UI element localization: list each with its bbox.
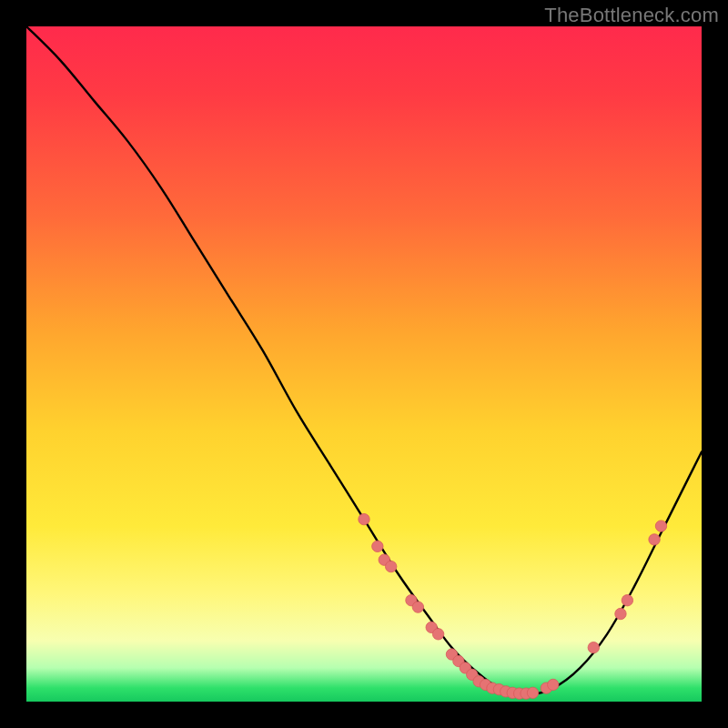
data-marker (527, 687, 538, 698)
data-marker (622, 595, 632, 606)
bottleneck-curve (26, 26, 702, 695)
plot-area (26, 26, 702, 702)
data-marker (615, 608, 626, 619)
data-marker (385, 561, 396, 571)
data-marker (412, 602, 423, 612)
data-marker (588, 642, 599, 652)
data-marker (372, 541, 383, 551)
chart-svg (26, 26, 702, 702)
curve-markers (359, 513, 667, 699)
data-marker (359, 513, 369, 524)
chart-frame: TheBottleneck.com (0, 0, 728, 728)
data-marker (548, 679, 559, 690)
data-marker (432, 629, 443, 640)
watermark-label: TheBottleneck.com (544, 4, 719, 27)
data-marker (649, 534, 660, 545)
data-marker (655, 521, 666, 531)
